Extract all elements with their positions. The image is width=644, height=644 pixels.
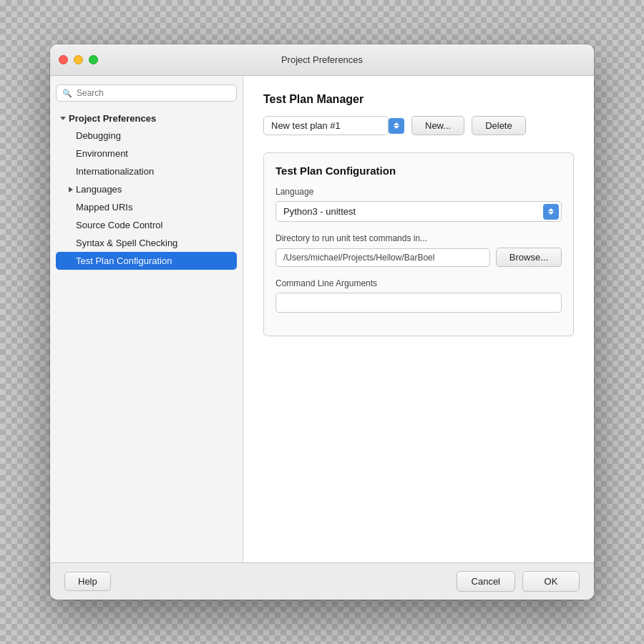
browse-button[interactable]: Browse... — [496, 248, 562, 267]
sidebar: 🔍 Project Preferences Debugging Environm… — [50, 76, 243, 562]
language-select-wrapper: Python3 - unittest Python2 - unittest Ja… — [275, 201, 562, 222]
close-button[interactable] — [59, 55, 68, 64]
sidebar-item-source-code-control[interactable]: Source Code Control — [56, 216, 237, 234]
cancel-button[interactable]: Cancel — [457, 571, 515, 592]
delete-button[interactable]: Delete — [472, 116, 526, 135]
test-plan-config-section: Test Plan Configuration Language Python3… — [263, 152, 574, 336]
plan-select-arrow — [389, 118, 404, 134]
test-plan-manager-row: New test plan #1 New... Delete — [263, 116, 574, 135]
sidebar-item-languages[interactable]: Languages — [56, 180, 237, 198]
collapse-icon — [60, 117, 66, 120]
directory-label: Directory to run unit test commands in..… — [275, 233, 562, 243]
content-area: 🔍 Project Preferences Debugging Environm… — [50, 76, 594, 562]
new-button[interactable]: New... — [411, 116, 464, 135]
language-select[interactable]: Python3 - unittest Python2 - unittest Ja… — [275, 201, 562, 222]
sidebar-item-environment[interactable]: Environment — [56, 145, 237, 162]
arrow-down-icon — [394, 126, 399, 129]
sidebar-section-label: Project Preferences — [69, 113, 156, 124]
directory-input[interactable] — [275, 248, 490, 267]
main-panel: Test Plan Manager New test plan #1 New..… — [243, 76, 594, 562]
directory-field-row: Directory to run unit test commands in..… — [275, 233, 562, 267]
search-icon: 🔍 — [62, 89, 72, 98]
sidebar-item-mapped-uris[interactable]: Mapped URIs — [56, 198, 237, 216]
search-box[interactable]: 🔍 — [56, 84, 237, 102]
sidebar-item-internationalization[interactable]: Internationalization — [56, 162, 237, 180]
cmd-args-label: Command Line Arguments — [275, 278, 562, 288]
sidebar-item-test-plan-config[interactable]: Test Plan Configuration — [56, 252, 237, 270]
bottom-bar: Help Cancel OK — [50, 562, 594, 600]
window-title: Project Preferences — [281, 54, 363, 65]
cmd-args-input[interactable] — [275, 293, 562, 313]
sidebar-item-debugging[interactable]: Debugging — [56, 127, 237, 145]
search-input[interactable] — [77, 88, 230, 98]
expand-icon — [69, 187, 73, 192]
plan-select[interactable]: New test plan #1 — [263, 116, 389, 135]
ok-button[interactable]: OK — [522, 571, 580, 592]
directory-row: Browse... — [275, 248, 562, 267]
config-section-title: Test Plan Configuration — [275, 165, 562, 177]
traffic-lights — [59, 55, 98, 64]
plan-select-wrapper: New test plan #1 — [263, 116, 404, 135]
maximize-button[interactable] — [89, 55, 98, 64]
sidebar-item-syntax-spell[interactable]: Syntax & Spell Checking — [56, 234, 237, 252]
minimize-button[interactable] — [74, 55, 83, 64]
main-window: Project Preferences 🔍 Project Preference… — [50, 44, 594, 600]
title-bar: Project Preferences — [50, 44, 594, 76]
cmd-args-field-row: Command Line Arguments — [275, 278, 562, 313]
language-field-row: Language Python3 - unittest Python2 - un… — [275, 187, 562, 222]
help-button[interactable]: Help — [64, 572, 111, 591]
bottom-bar-right: Cancel OK — [457, 571, 580, 592]
sidebar-section-header[interactable]: Project Preferences — [56, 110, 237, 127]
arrow-up-icon — [394, 122, 399, 125]
language-label: Language — [275, 187, 562, 197]
manager-title: Test Plan Manager — [263, 93, 574, 106]
